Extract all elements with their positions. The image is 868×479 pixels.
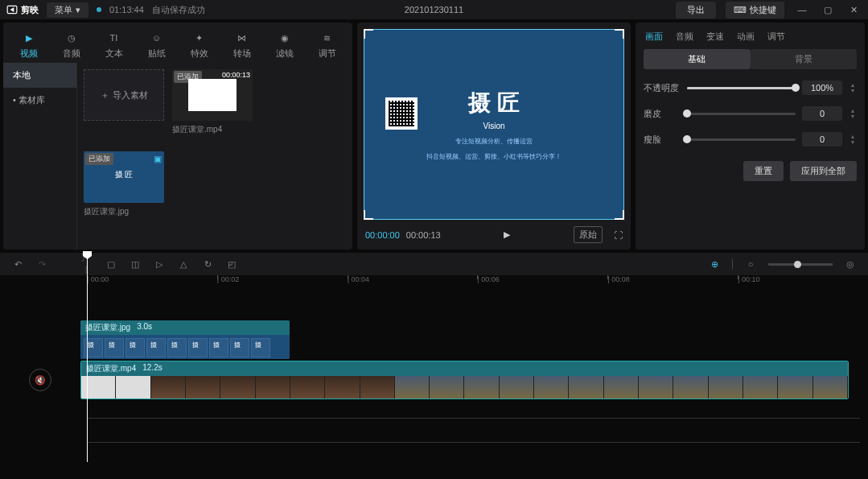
preview-text1: 专注短视频分析、传播运营 bbox=[455, 137, 533, 146]
preview-text2: 抖音短视频、运营、剪接、小红书等技巧分享！ bbox=[426, 152, 562, 161]
keyboard-icon: ⌨ bbox=[734, 5, 747, 15]
redo-button[interactable]: ↷ bbox=[35, 258, 48, 270]
reset-button[interactable]: 重置 bbox=[743, 161, 784, 181]
resize-handle-tr[interactable] bbox=[615, 29, 624, 39]
tab-audio[interactable]: ◷音频 bbox=[52, 27, 90, 63]
ptab-picture[interactable]: 画面 bbox=[645, 31, 663, 43]
app-logo: 剪映 bbox=[6, 4, 39, 16]
tab-filter[interactable]: ◉滤镜 bbox=[265, 27, 303, 63]
chevron-down-icon: ▾ bbox=[76, 5, 80, 15]
zoom-slider[interactable] bbox=[768, 263, 833, 266]
timeline-toolbar: ↶ ↷ 〕〔 ▢ ◫ ▷ △ ↻ ◰ ⊕ ○ ◎ bbox=[0, 253, 868, 275]
playhead[interactable] bbox=[87, 253, 88, 462]
undo-button[interactable]: ↶ bbox=[11, 258, 24, 270]
title-bar: 剪映 菜单▾ 01:13:44 自动保存成功 202101230111 导出 ⌨… bbox=[0, 0, 868, 19]
media-tabs: ▶视频 ◷音频 TI文本 ☺贴纸 ✦特效 ⋈转场 ◉滤镜 ≋调节 bbox=[3, 23, 352, 63]
magnet-button[interactable]: ⊕ bbox=[708, 258, 721, 270]
logo-small-icon: ▣ bbox=[154, 154, 162, 164]
sidebar-item-library[interactable]: • 素材库 bbox=[3, 88, 76, 113]
media-grid: ＋导入素材 已添加 00:00:13 摄匠课堂.mp4 已添加 ▣ 摄 匠 bbox=[77, 63, 352, 250]
shortcuts-button[interactable]: ⌨ 快捷键 bbox=[726, 2, 784, 19]
pstab-bg[interactable]: 背景 bbox=[751, 49, 858, 69]
autosave-time: 01:13:44 bbox=[109, 5, 144, 14]
opacity-stepper[interactable]: ▲▼ bbox=[849, 83, 857, 93]
prop-tabs: 画面 音频 变速 动画 调节 bbox=[644, 27, 857, 49]
rotate-button[interactable]: ↻ bbox=[201, 258, 214, 270]
clip-video[interactable]: 摄匠课堂.mp412.2s bbox=[80, 361, 849, 399]
face-stepper[interactable]: ▲▼ bbox=[849, 134, 857, 145]
effect-icon: ✦ bbox=[192, 31, 207, 45]
filter-icon: ◉ bbox=[278, 31, 292, 45]
ptab-speed[interactable]: 变速 bbox=[706, 31, 724, 43]
time-total: 00:00:13 bbox=[406, 230, 441, 240]
duration-label: 00:00:13 bbox=[222, 71, 250, 79]
plus-icon: ＋ bbox=[101, 89, 109, 101]
logo-icon bbox=[6, 4, 18, 15]
mute-button[interactable]: 🔇 bbox=[29, 369, 51, 391]
opacity-value[interactable]: 100% bbox=[802, 81, 842, 95]
pstab-basic[interactable]: 基础 bbox=[644, 49, 751, 69]
resize-handle-br[interactable] bbox=[615, 210, 624, 220]
mirror-button[interactable]: △ bbox=[177, 258, 190, 270]
added-badge: 已添加 bbox=[85, 153, 113, 165]
minimize-button[interactable]: — bbox=[794, 2, 810, 18]
timeline-area: ↶ ↷ 〕〔 ▢ ◫ ▷ △ ↻ ◰ ⊕ ○ ◎ | 00:00 | 00:02… bbox=[0, 253, 868, 467]
preview-canvas[interactable]: 摄 匠 Vision 专注短视频分析、传播运营 抖音短视频、运营、剪接、小红书等… bbox=[364, 29, 624, 220]
skin-slider[interactable] bbox=[687, 113, 796, 115]
project-title: 202101230111 bbox=[405, 5, 463, 14]
skin-stepper[interactable]: ▲▼ bbox=[849, 109, 857, 119]
adjust-icon: ≋ bbox=[320, 31, 335, 45]
maximize-button[interactable]: ▢ bbox=[820, 2, 836, 18]
ptab-anim[interactable]: 动画 bbox=[737, 31, 755, 43]
import-button[interactable]: ＋导入素材 bbox=[84, 69, 164, 121]
menu-dropdown[interactable]: 菜单▾ bbox=[47, 2, 88, 18]
fullscreen-button[interactable]: ⛶ bbox=[614, 230, 623, 240]
tab-sticker[interactable]: ☺贴纸 bbox=[138, 27, 175, 63]
tab-adjust[interactable]: ≋调节 bbox=[308, 27, 346, 63]
crop2-button[interactable]: ◰ bbox=[225, 258, 238, 270]
clip-image[interactable]: 摄匠课堂.jpg3.0s bbox=[80, 320, 290, 359]
audio-icon: ◷ bbox=[64, 31, 79, 45]
qr-code-icon bbox=[385, 97, 418, 130]
face-slider[interactable] bbox=[687, 138, 796, 141]
speed-button[interactable]: ▷ bbox=[153, 258, 166, 270]
ptab-audio[interactable]: 音频 bbox=[676, 31, 693, 43]
media-item-image[interactable]: 已添加 ▣ 摄 匠 摄匠课堂.jpg bbox=[84, 151, 164, 217]
preview-subtitle: Vision bbox=[483, 122, 504, 130]
tab-transition[interactable]: ⋈转场 bbox=[223, 27, 261, 63]
face-value[interactable]: 0 bbox=[802, 132, 842, 147]
timeline-ruler[interactable]: | 00:00 | 00:02 | 00:04 | 00:06 | 00:08 … bbox=[0, 275, 868, 290]
apply-all-button[interactable]: 应用到全部 bbox=[790, 161, 857, 181]
aspect-ratio-button[interactable]: 原始 bbox=[574, 226, 603, 243]
zoom-in-button[interactable]: ◎ bbox=[844, 258, 857, 270]
ptab-adjust[interactable]: 调节 bbox=[767, 31, 785, 43]
tab-effect[interactable]: ✦特效 bbox=[180, 27, 218, 63]
track-row-video: 🔇 摄匠课堂.mp412.2s bbox=[0, 361, 868, 399]
video-icon: ▶ bbox=[22, 31, 36, 45]
row-opacity: 不透明度 100% ▲▼ bbox=[644, 81, 857, 95]
sidebar-item-local[interactable]: 本地 bbox=[3, 63, 76, 88]
skin-value[interactable]: 0 bbox=[802, 106, 842, 121]
crop-button[interactable]: ◫ bbox=[129, 258, 142, 270]
play-button[interactable]: ▶ bbox=[504, 229, 510, 240]
delete-button[interactable]: ▢ bbox=[105, 258, 117, 270]
resize-handle-tl[interactable] bbox=[364, 29, 373, 39]
media-item-video[interactable]: 已添加 00:00:13 摄匠课堂.mp4 bbox=[172, 69, 253, 135]
close-button[interactable]: ✕ bbox=[845, 2, 862, 18]
text-icon: TI bbox=[107, 31, 121, 45]
properties-panel: 画面 音频 变速 动画 调节 基础 背景 不透明度 100% ▲▼ 磨皮 0 ▲… bbox=[636, 23, 865, 250]
autosave-indicator-icon bbox=[97, 7, 101, 12]
zoom-out-button[interactable]: ○ bbox=[744, 258, 757, 270]
row-face: 瘦脸 0 ▲▼ bbox=[644, 132, 857, 147]
time-current: 00:00:00 bbox=[365, 230, 400, 240]
opacity-slider[interactable] bbox=[687, 87, 796, 89]
preview-controls: 00:00:00 00:00:13 ▶ 原始 ⛶ bbox=[364, 220, 624, 243]
prop-subtabs: 基础 背景 bbox=[644, 49, 857, 69]
row-skin: 磨皮 0 ▲▼ bbox=[644, 106, 857, 121]
resize-handle-bl[interactable] bbox=[364, 210, 373, 220]
media-sidebar: 本地 • 素材库 bbox=[3, 63, 77, 250]
track-row-image: 摄匠课堂.jpg3.0s bbox=[0, 320, 868, 359]
tab-text[interactable]: TI文本 bbox=[95, 27, 133, 63]
export-button[interactable]: 导出 bbox=[676, 2, 716, 19]
tab-video[interactable]: ▶视频 bbox=[10, 27, 47, 63]
